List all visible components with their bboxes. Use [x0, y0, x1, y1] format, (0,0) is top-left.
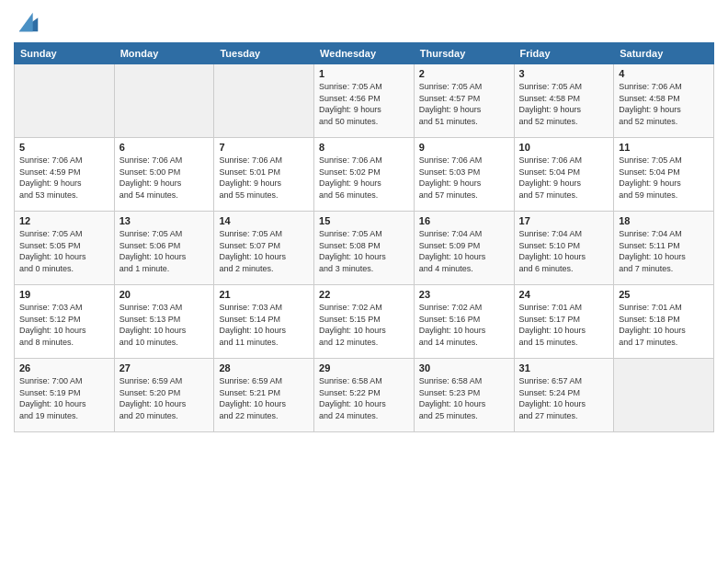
calendar-cell: 1Sunrise: 7:05 AM Sunset: 4:56 PM Daylig…	[314, 64, 415, 138]
calendar-cell: 9Sunrise: 7:06 AM Sunset: 5:03 PM Daylig…	[414, 138, 514, 212]
calendar-cell	[114, 64, 214, 138]
day-number: 4	[619, 68, 709, 79]
calendar-cell: 12Sunrise: 7:05 AM Sunset: 5:05 PM Dayli…	[15, 212, 115, 285]
day-info: Sunrise: 7:01 AM Sunset: 5:17 PM Dayligh…	[519, 302, 609, 348]
calendar-cell: 4Sunrise: 7:06 AM Sunset: 4:58 PM Daylig…	[614, 64, 714, 138]
week-row-2: 5Sunrise: 7:06 AM Sunset: 4:59 PM Daylig…	[15, 138, 714, 212]
day-number: 30	[419, 362, 509, 373]
svg-marker-1	[19, 13, 33, 32]
calendar-cell: 10Sunrise: 7:06 AM Sunset: 5:04 PM Dayli…	[514, 138, 614, 212]
day-info: Sunrise: 6:58 AM Sunset: 5:23 PM Dayligh…	[419, 375, 509, 421]
week-row-5: 26Sunrise: 7:00 AM Sunset: 5:19 PM Dayli…	[15, 359, 714, 432]
day-number: 12	[19, 215, 109, 226]
calendar-header-row: SundayMondayTuesdayWednesdayThursdayFrid…	[15, 43, 714, 64]
calendar-cell: 27Sunrise: 6:59 AM Sunset: 5:20 PM Dayli…	[114, 359, 214, 432]
calendar-cell: 25Sunrise: 7:01 AM Sunset: 5:18 PM Dayli…	[614, 285, 714, 359]
calendar-table: SundayMondayTuesdayWednesdayThursdayFrid…	[14, 42, 714, 432]
week-row-4: 19Sunrise: 7:03 AM Sunset: 5:12 PM Dayli…	[15, 285, 714, 359]
day-info: Sunrise: 7:03 AM Sunset: 5:13 PM Dayligh…	[119, 302, 210, 348]
day-info: Sunrise: 7:05 AM Sunset: 5:06 PM Dayligh…	[119, 228, 210, 274]
day-number: 11	[619, 142, 709, 153]
day-info: Sunrise: 7:05 AM Sunset: 4:56 PM Dayligh…	[319, 81, 409, 127]
day-number: 5	[19, 142, 109, 153]
day-info: Sunrise: 7:03 AM Sunset: 5:14 PM Dayligh…	[219, 302, 309, 348]
logo-icon	[16, 9, 41, 35]
day-info: Sunrise: 7:03 AM Sunset: 5:12 PM Dayligh…	[19, 302, 109, 348]
calendar-cell: 11Sunrise: 7:05 AM Sunset: 5:04 PM Dayli…	[614, 138, 714, 212]
column-header-friday: Friday	[514, 43, 614, 64]
day-number: 20	[119, 289, 210, 300]
day-number: 10	[519, 142, 609, 153]
calendar-cell	[614, 359, 714, 432]
calendar-cell: 5Sunrise: 7:06 AM Sunset: 4:59 PM Daylig…	[15, 138, 115, 212]
calendar-cell: 31Sunrise: 6:57 AM Sunset: 5:24 PM Dayli…	[514, 359, 614, 432]
day-number: 15	[319, 215, 409, 226]
header	[14, 9, 714, 35]
column-header-wednesday: Wednesday	[314, 43, 415, 64]
day-info: Sunrise: 7:05 AM Sunset: 5:05 PM Dayligh…	[19, 228, 109, 274]
calendar-cell: 21Sunrise: 7:03 AM Sunset: 5:14 PM Dayli…	[214, 285, 314, 359]
day-info: Sunrise: 7:06 AM Sunset: 4:59 PM Dayligh…	[19, 155, 109, 201]
day-info: Sunrise: 7:06 AM Sunset: 5:04 PM Dayligh…	[519, 155, 609, 201]
calendar-cell: 26Sunrise: 7:00 AM Sunset: 5:19 PM Dayli…	[15, 359, 115, 432]
day-info: Sunrise: 7:04 AM Sunset: 5:11 PM Dayligh…	[619, 228, 709, 274]
day-info: Sunrise: 7:05 AM Sunset: 5:04 PM Dayligh…	[619, 155, 709, 201]
day-number: 29	[319, 362, 409, 373]
calendar-cell: 19Sunrise: 7:03 AM Sunset: 5:12 PM Dayli…	[15, 285, 115, 359]
column-header-monday: Monday	[114, 43, 214, 64]
day-number: 7	[219, 142, 309, 153]
day-number: 31	[519, 362, 609, 373]
logo	[14, 9, 41, 35]
calendar-cell: 20Sunrise: 7:03 AM Sunset: 5:13 PM Dayli…	[114, 285, 214, 359]
calendar-cell: 30Sunrise: 6:58 AM Sunset: 5:23 PM Dayli…	[414, 359, 514, 432]
day-info: Sunrise: 7:06 AM Sunset: 5:00 PM Dayligh…	[119, 155, 210, 201]
day-number: 28	[219, 362, 309, 373]
day-info: Sunrise: 7:05 AM Sunset: 4:58 PM Dayligh…	[519, 81, 609, 127]
calendar-cell: 13Sunrise: 7:05 AM Sunset: 5:06 PM Dayli…	[114, 212, 214, 285]
day-number: 6	[119, 142, 210, 153]
day-number: 27	[119, 362, 210, 373]
day-number: 14	[219, 215, 309, 226]
calendar-cell: 29Sunrise: 6:58 AM Sunset: 5:22 PM Dayli…	[314, 359, 415, 432]
day-info: Sunrise: 7:05 AM Sunset: 4:57 PM Dayligh…	[419, 81, 509, 127]
day-number: 22	[319, 289, 409, 300]
day-number: 17	[519, 215, 609, 226]
calendar-cell: 14Sunrise: 7:05 AM Sunset: 5:07 PM Dayli…	[214, 212, 314, 285]
column-header-tuesday: Tuesday	[214, 43, 314, 64]
day-info: Sunrise: 7:04 AM Sunset: 5:09 PM Dayligh…	[419, 228, 509, 274]
day-number: 25	[619, 289, 709, 300]
day-info: Sunrise: 7:02 AM Sunset: 5:15 PM Dayligh…	[319, 302, 409, 348]
week-row-1: 1Sunrise: 7:05 AM Sunset: 4:56 PM Daylig…	[15, 64, 714, 138]
day-info: Sunrise: 7:00 AM Sunset: 5:19 PM Dayligh…	[19, 375, 109, 421]
calendar-cell: 24Sunrise: 7:01 AM Sunset: 5:17 PM Dayli…	[514, 285, 614, 359]
calendar-cell	[214, 64, 314, 138]
day-number: 23	[419, 289, 509, 300]
day-info: Sunrise: 7:06 AM Sunset: 5:03 PM Dayligh…	[419, 155, 509, 201]
calendar-cell	[15, 64, 115, 138]
column-header-sunday: Sunday	[15, 43, 115, 64]
calendar-cell: 2Sunrise: 7:05 AM Sunset: 4:57 PM Daylig…	[414, 64, 514, 138]
day-info: Sunrise: 6:58 AM Sunset: 5:22 PM Dayligh…	[319, 375, 409, 421]
column-header-saturday: Saturday	[614, 43, 714, 64]
calendar-cell: 6Sunrise: 7:06 AM Sunset: 5:00 PM Daylig…	[114, 138, 214, 212]
day-number: 26	[19, 362, 109, 373]
day-number: 8	[319, 142, 409, 153]
day-info: Sunrise: 7:04 AM Sunset: 5:10 PM Dayligh…	[519, 228, 609, 274]
day-info: Sunrise: 7:06 AM Sunset: 4:58 PM Dayligh…	[619, 81, 709, 127]
day-number: 18	[619, 215, 709, 226]
day-info: Sunrise: 7:06 AM Sunset: 5:02 PM Dayligh…	[319, 155, 409, 201]
day-info: Sunrise: 7:01 AM Sunset: 5:18 PM Dayligh…	[619, 302, 709, 348]
day-number: 16	[419, 215, 509, 226]
day-info: Sunrise: 7:05 AM Sunset: 5:08 PM Dayligh…	[319, 228, 409, 274]
day-info: Sunrise: 7:02 AM Sunset: 5:16 PM Dayligh…	[419, 302, 509, 348]
calendar-cell: 22Sunrise: 7:02 AM Sunset: 5:15 PM Dayli…	[314, 285, 415, 359]
day-number: 21	[219, 289, 309, 300]
calendar-cell: 17Sunrise: 7:04 AM Sunset: 5:10 PM Dayli…	[514, 212, 614, 285]
column-header-thursday: Thursday	[414, 43, 514, 64]
week-row-3: 12Sunrise: 7:05 AM Sunset: 5:05 PM Dayli…	[15, 212, 714, 285]
calendar-cell: 8Sunrise: 7:06 AM Sunset: 5:02 PM Daylig…	[314, 138, 415, 212]
calendar-cell: 7Sunrise: 7:06 AM Sunset: 5:01 PM Daylig…	[214, 138, 314, 212]
day-number: 24	[519, 289, 609, 300]
calendar-cell: 18Sunrise: 7:04 AM Sunset: 5:11 PM Dayli…	[614, 212, 714, 285]
calendar-cell: 15Sunrise: 7:05 AM Sunset: 5:08 PM Dayli…	[314, 212, 415, 285]
